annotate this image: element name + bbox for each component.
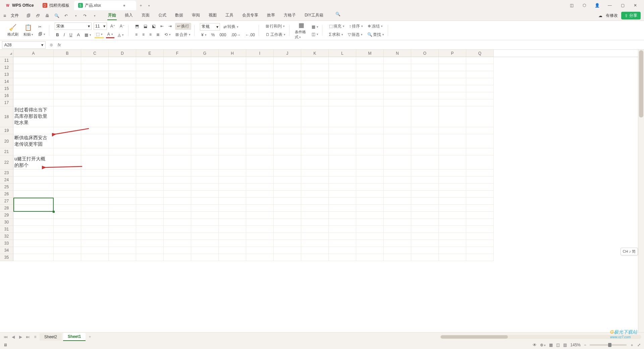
cell-D26[interactable] bbox=[109, 191, 136, 198]
cell-M14[interactable] bbox=[356, 78, 384, 85]
cell-O25[interactable] bbox=[411, 184, 439, 191]
cell-C14[interactable] bbox=[81, 78, 109, 85]
cell-C16[interactable] bbox=[81, 92, 109, 99]
name-box[interactable]: A28▾ bbox=[2, 41, 46, 49]
cell-C13[interactable] bbox=[81, 71, 109, 78]
cell-C23[interactable] bbox=[81, 169, 109, 177]
clear-format-button[interactable]: ◬ bbox=[116, 32, 125, 38]
cell-K23[interactable] bbox=[301, 169, 329, 177]
cell-P26[interactable] bbox=[439, 191, 466, 198]
cell-M33[interactable] bbox=[356, 240, 384, 247]
cell-A13[interactable] bbox=[13, 71, 54, 78]
redo-menu-icon[interactable] bbox=[91, 13, 97, 19]
rowcol-button[interactable]: ⊞ 行和列 bbox=[264, 23, 287, 30]
cell-F21[interactable] bbox=[164, 148, 191, 155]
view-normal-icon[interactable]: ▦ bbox=[549, 343, 553, 347]
cell-N24[interactable] bbox=[384, 177, 411, 184]
cell-D20[interactable] bbox=[109, 134, 136, 148]
worksheet-button[interactable]: 🗋 工作表 bbox=[264, 31, 287, 38]
cell-M27[interactable] bbox=[356, 198, 384, 205]
cube-icon[interactable]: ⬡ bbox=[580, 1, 588, 9]
cell-N13[interactable] bbox=[384, 71, 411, 78]
cell-A30[interactable] bbox=[13, 219, 54, 226]
cell-J34[interactable] bbox=[274, 247, 301, 254]
cell-P29[interactable] bbox=[439, 212, 466, 219]
hamburger-icon[interactable]: ≡ bbox=[3, 13, 6, 18]
cell-P11[interactable] bbox=[439, 57, 466, 64]
cell-B19[interactable] bbox=[54, 127, 81, 134]
cell-H19[interactable] bbox=[219, 127, 246, 134]
cell-P12[interactable] bbox=[439, 64, 466, 71]
cell-G15[interactable] bbox=[191, 85, 219, 92]
cell-I15[interactable] bbox=[246, 85, 274, 92]
cell-L33[interactable] bbox=[329, 240, 356, 247]
cell-F15[interactable] bbox=[164, 85, 191, 92]
cell-E35[interactable] bbox=[136, 254, 164, 261]
cell-A12[interactable] bbox=[13, 64, 54, 71]
cell-L20[interactable] bbox=[329, 134, 356, 148]
cell-D32[interactable] bbox=[109, 233, 136, 240]
cell-L22[interactable] bbox=[329, 155, 356, 169]
cell-A19[interactable] bbox=[13, 127, 54, 134]
cell-I14[interactable] bbox=[246, 78, 274, 85]
cell-H35[interactable] bbox=[219, 254, 246, 261]
font-select[interactable]: 宋体▾ bbox=[55, 22, 92, 30]
cell-B31[interactable] bbox=[54, 226, 81, 233]
zoom-slider[interactable] bbox=[590, 344, 627, 346]
cell-J12[interactable] bbox=[274, 64, 301, 71]
cell-E29[interactable] bbox=[136, 212, 164, 219]
cell-H24[interactable] bbox=[219, 177, 246, 184]
cell-D28[interactable] bbox=[109, 205, 136, 212]
cell-Q22[interactable] bbox=[466, 155, 494, 169]
cell-D24[interactable] bbox=[109, 177, 136, 184]
sheet-list-icon[interactable]: ≡ bbox=[32, 335, 38, 339]
row-header-34[interactable]: 34 bbox=[0, 247, 13, 254]
cell-G31[interactable] bbox=[191, 226, 219, 233]
table-style-button[interactable]: ▦ bbox=[310, 24, 320, 30]
col-header-N[interactable]: N bbox=[384, 50, 411, 57]
row-header-31[interactable]: 31 bbox=[0, 226, 13, 233]
cell-C28[interactable] bbox=[81, 205, 109, 212]
cell-J17[interactable] bbox=[274, 99, 301, 106]
cell-F32[interactable] bbox=[164, 233, 191, 240]
cell-N30[interactable] bbox=[384, 219, 411, 226]
cell-I20[interactable] bbox=[246, 134, 274, 148]
row-header-18[interactable]: 18 bbox=[0, 106, 13, 127]
cell-K17[interactable] bbox=[301, 99, 329, 106]
cond-format-button[interactable]: ▦条件格式 bbox=[295, 21, 308, 40]
zoom-value[interactable]: 145% bbox=[570, 343, 581, 347]
cell-P20[interactable] bbox=[439, 134, 466, 148]
cell-E20[interactable] bbox=[136, 134, 164, 148]
cell-J25[interactable] bbox=[274, 184, 301, 191]
align-middle-button[interactable]: ⬓ bbox=[142, 23, 149, 29]
col-header-C[interactable]: C bbox=[81, 50, 109, 57]
row-header-27[interactable]: 27 bbox=[0, 198, 13, 205]
cell-M16[interactable] bbox=[356, 92, 384, 99]
cell-M18[interactable] bbox=[356, 106, 384, 127]
add-sheet-button[interactable]: ＋ bbox=[87, 334, 93, 340]
cell-I13[interactable] bbox=[246, 71, 274, 78]
cell-E27[interactable] bbox=[136, 198, 164, 205]
cell-I19[interactable] bbox=[246, 127, 274, 134]
preview-icon[interactable]: 🔍 bbox=[54, 13, 60, 19]
cell-E17[interactable] bbox=[136, 99, 164, 106]
cell-D33[interactable] bbox=[109, 240, 136, 247]
cell-B22[interactable] bbox=[54, 155, 81, 169]
cell-C11[interactable] bbox=[81, 57, 109, 64]
cell-P15[interactable] bbox=[439, 85, 466, 92]
cell-O32[interactable] bbox=[411, 233, 439, 240]
fullscreen-icon[interactable]: ⤢ bbox=[637, 343, 641, 347]
cell-M30[interactable] bbox=[356, 219, 384, 226]
cell-B16[interactable] bbox=[54, 92, 81, 99]
cell-M19[interactable] bbox=[356, 127, 384, 134]
cell-K12[interactable] bbox=[301, 64, 329, 71]
cell-K29[interactable] bbox=[301, 212, 329, 219]
cell-N35[interactable] bbox=[384, 254, 411, 261]
cell-C15[interactable] bbox=[81, 85, 109, 92]
cell-Q33[interactable] bbox=[466, 240, 494, 247]
cell-G27[interactable] bbox=[191, 198, 219, 205]
cell-H23[interactable] bbox=[219, 169, 246, 177]
cell-D17[interactable] bbox=[109, 99, 136, 106]
cell-N18[interactable] bbox=[384, 106, 411, 127]
cell-H18[interactable] bbox=[219, 106, 246, 127]
